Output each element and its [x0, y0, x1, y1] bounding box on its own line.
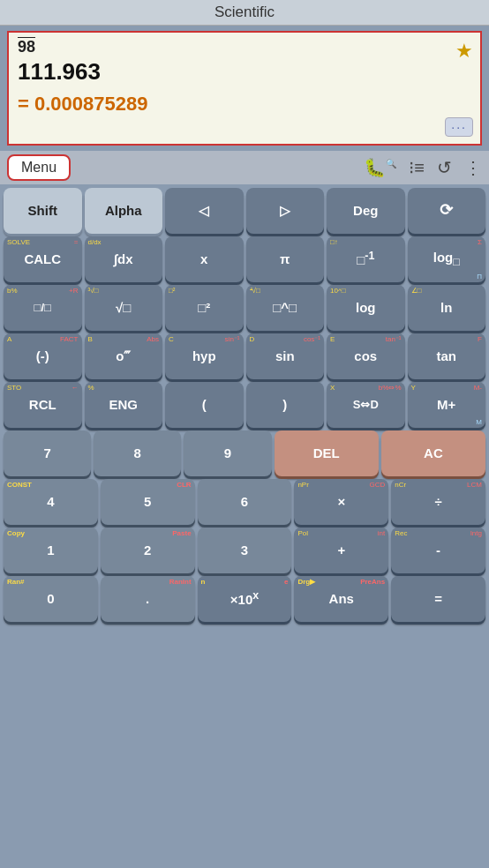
btn-7[interactable]: 7: [4, 430, 91, 476]
btn-row-2: SOLVE = CALC d/dx ∫dx x π □↑ □-1 Σ log□ …: [4, 236, 485, 282]
sd-button[interactable]: X b%⇔% S⇔D: [327, 382, 405, 428]
btn-3[interactable]: 3: [198, 528, 292, 573]
log-button[interactable]: 10^□ log: [327, 285, 405, 331]
display-main: 111.963: [18, 58, 471, 86]
btn-4[interactable]: CONST 4: [4, 479, 98, 525]
deg-button[interactable]: Deg: [327, 188, 405, 234]
square-button[interactable]: □² □²: [165, 285, 244, 331]
btn-row-8: Copy 1 Paste 2 3 Pol int + Rec Intg -: [4, 528, 485, 573]
divide-button[interactable]: nCr LCM ÷: [391, 479, 485, 525]
calc-body: Shift Alpha ◁ ▷ Deg ⟳ SOLVE = CALC d/dx …: [0, 184, 489, 628]
btn-1[interactable]: Copy 1: [4, 528, 98, 573]
pi-button[interactable]: π: [246, 236, 325, 282]
calc-button[interactable]: SOLVE = CALC: [4, 236, 82, 282]
negate-button[interactable]: A FACT (-): [4, 333, 82, 379]
sin-button[interactable]: D cos⁻¹ sin: [246, 333, 325, 379]
title-bar: Scientific: [0, 0, 489, 26]
ln-button[interactable]: ∠□ ln: [408, 285, 486, 331]
open-paren-button[interactable]: (: [165, 382, 244, 428]
cos-button[interactable]: E tan⁻¹ cos: [327, 333, 405, 379]
mplus-button[interactable]: Y M- M+ M: [408, 382, 486, 428]
list-icon[interactable]: ⁝≡: [409, 157, 425, 178]
power-button[interactable]: ⁴√□ □^□: [246, 285, 325, 331]
display-more-button[interactable]: ···: [445, 117, 473, 137]
display-result: = 0.000875289: [18, 93, 471, 116]
decimal-button[interactable]: RanInt .: [101, 576, 195, 622]
rcl-button[interactable]: STO ← RCL: [4, 382, 82, 428]
ans-button[interactable]: Drg▶ PreAns Ans: [294, 576, 388, 622]
toolbar: Menu 🐛🔍 ⁝≡ ↺ ⋮: [0, 151, 489, 184]
inverse-button[interactable]: □↑ □-1: [327, 236, 405, 282]
display: 98 111.963 = 0.000875289 ★ ···: [7, 31, 482, 146]
x-button[interactable]: x: [165, 236, 244, 282]
multiply-button[interactable]: nPr GCD ×: [294, 479, 388, 525]
plus-button[interactable]: Pol int +: [294, 528, 388, 573]
fraction-button[interactable]: b% +R □/□: [4, 285, 82, 331]
btn-row-7: CONST 4 CLR 5 6 nPr GCD × nCr LCM ÷: [4, 479, 485, 525]
sqrt-button[interactable]: ³√□ √□: [85, 285, 163, 331]
minus-button[interactable]: Rec Intg -: [391, 528, 485, 573]
history-button[interactable]: ⟳: [408, 188, 486, 234]
btn-row-3: b% +R □/□ ³√□ √□ □² □² ⁴√□ □^□ 10^□ log …: [4, 285, 485, 331]
btn-2[interactable]: Paste 2: [101, 528, 195, 573]
btn-row-6: 7 8 9 DEL AC: [4, 430, 485, 476]
undo-icon[interactable]: ↺: [437, 157, 452, 178]
degree-button[interactable]: B Abs o‴: [85, 333, 163, 379]
integral-button[interactable]: d/dx ∫dx: [85, 236, 163, 282]
btn-0[interactable]: Ran# 0: [4, 576, 98, 622]
btn-row-5: STO ← RCL % ENG ( ) X b%⇔% S⇔D Y M- M+ M: [4, 382, 485, 428]
btn-row-1: Shift Alpha ◁ ▷ Deg ⟳: [4, 188, 485, 234]
display-top: 98: [18, 38, 471, 56]
btn-row-4: A FACT (-) B Abs o‴ C sin⁻¹ hyp D cos⁻¹ …: [4, 333, 485, 379]
close-paren-button[interactable]: ): [246, 382, 325, 428]
bug-icon[interactable]: 🐛🔍: [364, 157, 396, 178]
log-base-button[interactable]: Σ log□ Π: [408, 236, 486, 282]
btn-5[interactable]: CLR 5: [101, 479, 195, 525]
btn-6[interactable]: 6: [198, 479, 292, 525]
right-button[interactable]: ▷: [246, 188, 325, 234]
tan-button[interactable]: F tan: [408, 333, 486, 379]
btn-row-9: Ran# 0 RanInt . n e ×10x Drg▶ PreAns Ans…: [4, 576, 485, 622]
exp-button[interactable]: n e ×10x: [198, 576, 292, 622]
left-button[interactable]: ◁: [165, 188, 244, 234]
alpha-button[interactable]: Alpha: [85, 188, 163, 234]
ac-button[interactable]: AC: [381, 430, 485, 476]
more-icon[interactable]: ⋮: [464, 157, 482, 178]
shift-button[interactable]: Shift: [4, 188, 82, 234]
btn-8[interactable]: 8: [94, 430, 181, 476]
del-button[interactable]: DEL: [275, 430, 379, 476]
menu-button[interactable]: Menu: [7, 154, 71, 181]
display-star[interactable]: ★: [455, 40, 473, 63]
eng-button[interactable]: % ENG: [85, 382, 163, 428]
hyp-button[interactable]: C sin⁻¹ hyp: [165, 333, 244, 379]
title-text: Scientific: [214, 4, 275, 20]
equals-button[interactable]: =: [391, 576, 485, 622]
btn-9[interactable]: 9: [184, 430, 271, 476]
